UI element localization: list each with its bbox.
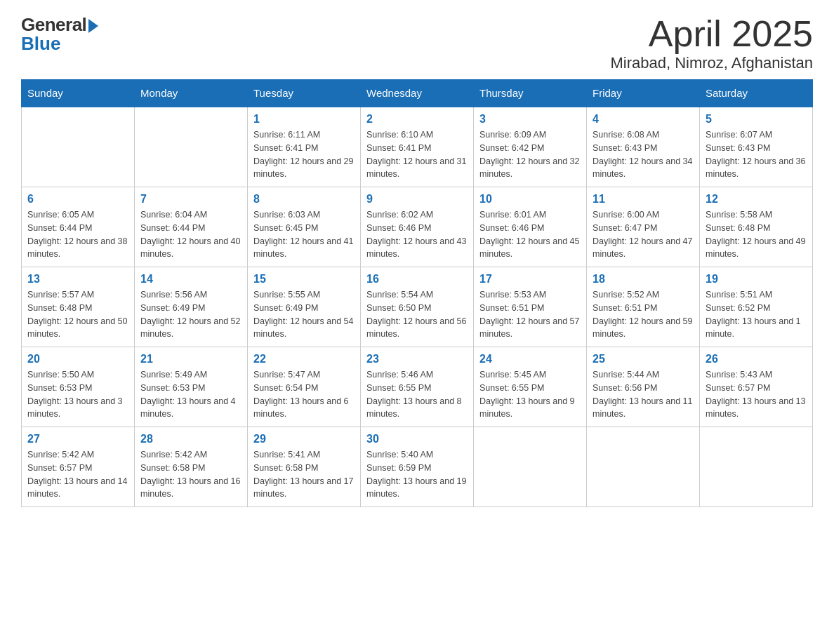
day-of-week-header: Wednesday (361, 80, 474, 107)
day-info: Sunrise: 6:02 AMSunset: 6:46 PMDaylight:… (366, 208, 468, 261)
day-info: Sunrise: 5:54 AMSunset: 6:50 PMDaylight:… (366, 288, 468, 341)
day-of-week-header: Saturday (700, 80, 813, 107)
day-number: 15 (253, 273, 355, 286)
calendar-cell: 21Sunrise: 5:49 AMSunset: 6:53 PMDayligh… (135, 347, 248, 427)
day-info: Sunrise: 5:57 AMSunset: 6:48 PMDaylight:… (27, 288, 128, 341)
calendar-cell: 6Sunrise: 6:05 AMSunset: 6:44 PMDaylight… (22, 187, 135, 267)
calendar-cell: 7Sunrise: 6:04 AMSunset: 6:44 PMDaylight… (135, 187, 248, 267)
calendar-header: SundayMondayTuesdayWednesdayThursdayFrid… (22, 80, 813, 107)
day-number: 8 (253, 193, 355, 206)
day-info: Sunrise: 6:11 AMSunset: 6:41 PMDaylight:… (253, 128, 355, 181)
day-info: Sunrise: 5:53 AMSunset: 6:51 PMDaylight:… (479, 288, 581, 341)
day-number: 19 (706, 273, 807, 286)
calendar-cell: 3Sunrise: 6:09 AMSunset: 6:42 PMDaylight… (474, 107, 587, 187)
day-number: 14 (140, 273, 241, 286)
day-number: 27 (27, 433, 128, 445)
calendar-cell: 26Sunrise: 5:43 AMSunset: 6:57 PMDayligh… (700, 347, 813, 427)
logo: General Blue (21, 14, 98, 55)
day-number: 26 (706, 353, 807, 365)
calendar-cell: 1Sunrise: 6:11 AMSunset: 6:41 PMDaylight… (248, 107, 361, 187)
day-number: 6 (27, 193, 128, 206)
day-info: Sunrise: 5:58 AMSunset: 6:48 PMDaylight:… (706, 208, 807, 261)
day-of-week-header: Monday (135, 80, 248, 107)
day-info: Sunrise: 6:03 AMSunset: 6:45 PMDaylight:… (253, 208, 355, 261)
calendar-cell: 9Sunrise: 6:02 AMSunset: 6:46 PMDaylight… (361, 187, 474, 267)
day-info: Sunrise: 6:10 AMSunset: 6:41 PMDaylight:… (366, 128, 468, 181)
day-number: 17 (479, 273, 581, 286)
day-of-week-header: Thursday (474, 80, 587, 107)
calendar-cell: 12Sunrise: 5:58 AMSunset: 6:48 PMDayligh… (700, 187, 813, 267)
day-info: Sunrise: 5:50 AMSunset: 6:53 PMDaylight:… (27, 368, 128, 421)
day-info: Sunrise: 6:08 AMSunset: 6:43 PMDaylight:… (593, 128, 694, 181)
calendar-cell: 29Sunrise: 5:41 AMSunset: 6:58 PMDayligh… (248, 427, 361, 507)
calendar-week-row: 1Sunrise: 6:11 AMSunset: 6:41 PMDaylight… (22, 107, 813, 187)
page-header: General Blue April 2025 Mirabad, Nimroz,… (21, 14, 813, 72)
calendar-cell: 23Sunrise: 5:46 AMSunset: 6:55 PMDayligh… (361, 347, 474, 427)
day-number: 22 (253, 353, 355, 365)
title-block: April 2025 Mirabad, Nimroz, Afghanistan (610, 14, 813, 72)
calendar-cell: 22Sunrise: 5:47 AMSunset: 6:54 PMDayligh… (248, 347, 361, 427)
calendar-week-row: 6Sunrise: 6:05 AMSunset: 6:44 PMDaylight… (22, 187, 813, 267)
calendar-cell: 30Sunrise: 5:40 AMSunset: 6:59 PMDayligh… (361, 427, 474, 507)
day-number: 10 (479, 193, 581, 206)
day-info: Sunrise: 5:52 AMSunset: 6:51 PMDaylight:… (593, 288, 694, 341)
calendar-body: 1Sunrise: 6:11 AMSunset: 6:41 PMDaylight… (22, 107, 813, 507)
calendar-cell: 14Sunrise: 5:56 AMSunset: 6:49 PMDayligh… (135, 267, 248, 347)
day-info: Sunrise: 5:47 AMSunset: 6:54 PMDaylight:… (253, 368, 355, 421)
day-number: 12 (706, 193, 807, 206)
day-number: 20 (27, 353, 128, 365)
calendar-cell: 28Sunrise: 5:42 AMSunset: 6:58 PMDayligh… (135, 427, 248, 507)
calendar-table: SundayMondayTuesdayWednesdayThursdayFrid… (21, 79, 813, 507)
header-row: SundayMondayTuesdayWednesdayThursdayFrid… (22, 80, 813, 107)
calendar-cell: 17Sunrise: 5:53 AMSunset: 6:51 PMDayligh… (474, 267, 587, 347)
calendar-cell: 24Sunrise: 5:45 AMSunset: 6:55 PMDayligh… (474, 347, 587, 427)
calendar-cell: 15Sunrise: 5:55 AMSunset: 6:49 PMDayligh… (248, 267, 361, 347)
day-info: Sunrise: 5:46 AMSunset: 6:55 PMDaylight:… (366, 368, 468, 421)
day-info: Sunrise: 5:51 AMSunset: 6:52 PMDaylight:… (706, 288, 807, 341)
day-info: Sunrise: 5:49 AMSunset: 6:53 PMDaylight:… (140, 368, 241, 421)
day-number: 9 (366, 193, 468, 206)
calendar-cell (135, 107, 248, 187)
calendar-week-row: 13Sunrise: 5:57 AMSunset: 6:48 PMDayligh… (22, 267, 813, 347)
day-info: Sunrise: 5:42 AMSunset: 6:57 PMDaylight:… (27, 448, 128, 501)
day-number: 25 (593, 353, 694, 365)
calendar-week-row: 27Sunrise: 5:42 AMSunset: 6:57 PMDayligh… (22, 427, 813, 507)
day-info: Sunrise: 6:09 AMSunset: 6:42 PMDaylight:… (479, 128, 581, 181)
calendar-cell: 4Sunrise: 6:08 AMSunset: 6:43 PMDaylight… (587, 107, 700, 187)
day-info: Sunrise: 5:40 AMSunset: 6:59 PMDaylight:… (366, 448, 468, 501)
calendar-cell (22, 107, 135, 187)
calendar-week-row: 20Sunrise: 5:50 AMSunset: 6:53 PMDayligh… (22, 347, 813, 427)
day-info: Sunrise: 6:04 AMSunset: 6:44 PMDaylight:… (140, 208, 241, 261)
logo-blue-text: Blue (21, 33, 60, 55)
day-of-week-header: Sunday (22, 80, 135, 107)
day-number: 11 (593, 193, 694, 206)
day-info: Sunrise: 5:56 AMSunset: 6:49 PMDaylight:… (140, 288, 241, 341)
day-number: 3 (479, 113, 581, 126)
day-info: Sunrise: 6:05 AMSunset: 6:44 PMDaylight:… (27, 208, 128, 261)
day-info: Sunrise: 6:01 AMSunset: 6:46 PMDaylight:… (479, 208, 581, 261)
calendar-cell: 5Sunrise: 6:07 AMSunset: 6:43 PMDaylight… (700, 107, 813, 187)
calendar-cell: 13Sunrise: 5:57 AMSunset: 6:48 PMDayligh… (22, 267, 135, 347)
calendar-cell: 11Sunrise: 6:00 AMSunset: 6:47 PMDayligh… (587, 187, 700, 267)
logo-triangle-icon (88, 19, 98, 33)
calendar-cell: 19Sunrise: 5:51 AMSunset: 6:52 PMDayligh… (700, 267, 813, 347)
day-number: 2 (366, 113, 468, 126)
day-number: 24 (479, 353, 581, 365)
day-number: 7 (140, 193, 241, 206)
page-subtitle: Mirabad, Nimroz, Afghanistan (610, 54, 813, 72)
day-number: 21 (140, 353, 241, 365)
day-info: Sunrise: 5:44 AMSunset: 6:56 PMDaylight:… (593, 368, 694, 421)
day-info: Sunrise: 6:07 AMSunset: 6:43 PMDaylight:… (706, 128, 807, 181)
calendar-cell: 18Sunrise: 5:52 AMSunset: 6:51 PMDayligh… (587, 267, 700, 347)
page-title: April 2025 (610, 14, 813, 54)
day-info: Sunrise: 5:55 AMSunset: 6:49 PMDaylight:… (253, 288, 355, 341)
calendar-cell: 8Sunrise: 6:03 AMSunset: 6:45 PMDaylight… (248, 187, 361, 267)
day-number: 13 (27, 273, 128, 286)
calendar-cell: 2Sunrise: 6:10 AMSunset: 6:41 PMDaylight… (361, 107, 474, 187)
day-info: Sunrise: 5:41 AMSunset: 6:58 PMDaylight:… (253, 448, 355, 501)
day-number: 4 (593, 113, 694, 126)
calendar-cell: 10Sunrise: 6:01 AMSunset: 6:46 PMDayligh… (474, 187, 587, 267)
day-number: 5 (706, 113, 807, 126)
calendar-cell: 25Sunrise: 5:44 AMSunset: 6:56 PMDayligh… (587, 347, 700, 427)
calendar-cell (587, 427, 700, 507)
